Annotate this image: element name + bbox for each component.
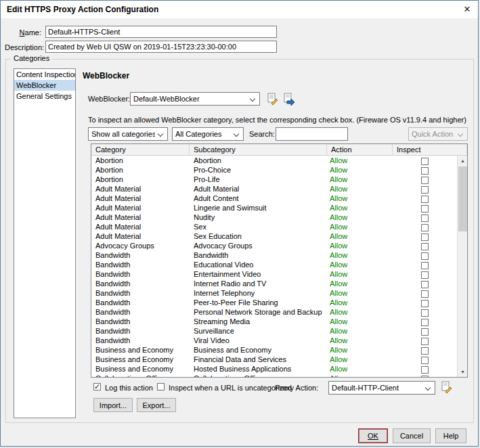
- category-cell: Collaboration - Office: [91, 374, 190, 377]
- inspect-cell: [393, 222, 457, 231]
- inspect-checkbox[interactable]: [421, 319, 429, 326]
- cancel-button[interactable]: Cancel: [393, 428, 431, 443]
- column-header-inspect[interactable]: Inspect: [393, 144, 467, 155]
- sidebar-item-webblocker[interactable]: WebBlocker: [14, 80, 75, 91]
- table-row[interactable]: Business and EconomyFinancial Data and S…: [91, 355, 457, 364]
- sidebar-item-content-inspection[interactable]: Content Inspection: [14, 69, 75, 80]
- table-row[interactable]: BandwidthSurveillanceAllow: [91, 326, 457, 336]
- inspect-checkbox[interactable]: [421, 290, 429, 298]
- action-cell: Allow: [327, 298, 393, 307]
- inspect-checkbox[interactable]: [421, 186, 429, 194]
- column-header-subcategory[interactable]: Subcategory: [190, 144, 327, 155]
- subcategory-cell: Educational Video: [190, 260, 327, 269]
- table-row[interactable]: BandwidthViral VideoAllow: [91, 336, 457, 345]
- table-row[interactable]: Adult MaterialNudityAllow: [91, 212, 457, 222]
- table-row[interactable]: BandwidthStreaming MediaAllow: [91, 317, 457, 326]
- edit-proxy-action-button[interactable]: [440, 381, 453, 394]
- inspect-checkbox[interactable]: [421, 167, 429, 175]
- table-row[interactable]: BandwidthInternet Radio and TVAllow: [91, 279, 457, 288]
- table-row[interactable]: Business and EconomyHosted Business Appl…: [91, 364, 457, 374]
- inspect-checkbox[interactable]: [421, 252, 429, 260]
- inspect-cell: [393, 298, 457, 307]
- table-row[interactable]: BandwidthEducational VideoAllow: [91, 260, 457, 269]
- inspect-checkbox[interactable]: [421, 262, 429, 269]
- scroll-up-icon[interactable]: ▲: [458, 156, 468, 166]
- import-button[interactable]: Import...: [93, 398, 133, 412]
- inspect-cell: [393, 231, 457, 241]
- column-header-category[interactable]: Category: [91, 144, 190, 155]
- edit-page-icon: [440, 381, 453, 394]
- table-row[interactable]: Adult MaterialLingerie and SwimsuitAllow: [91, 203, 457, 212]
- table-row[interactable]: Business and EconomyBusiness and Economy…: [91, 345, 457, 355]
- inspect-checkbox[interactable]: [421, 271, 429, 279]
- help-button[interactable]: Help: [435, 428, 466, 443]
- search-input[interactable]: [276, 127, 348, 141]
- table-row[interactable]: BandwidthBandwidthAllow: [91, 250, 457, 260]
- sidebar-item-general-settings[interactable]: General Settings: [14, 91, 75, 102]
- action-cell: Allow: [327, 231, 393, 241]
- inspect-checkbox[interactable]: [421, 233, 429, 241]
- category-cell: Adult Material: [91, 203, 190, 212]
- dialog-title: Edit HTTPS Proxy Action Configuration: [7, 5, 158, 14]
- export-button[interactable]: Export...: [137, 398, 176, 412]
- inspect-checkbox[interactable]: [421, 338, 429, 345]
- category-filter-select[interactable]: Show all categories: [88, 127, 168, 141]
- webblocker-profile-select[interactable]: Default-WebBlocker: [130, 92, 260, 106]
- scroll-down-icon[interactable]: ▼: [458, 367, 468, 377]
- inspect-cell: [393, 374, 457, 377]
- table-row[interactable]: Advocacy GroupsAdvocacy GroupsAllow: [91, 241, 457, 250]
- subcategory-cell: Advocacy Groups: [190, 241, 327, 250]
- inspect-checkbox[interactable]: [421, 158, 429, 165]
- proxy-action-select[interactable]: Default-HTTP-Client: [328, 381, 435, 395]
- subcategory-cell: Surveillance: [190, 326, 327, 336]
- inspect-checkbox[interactable]: [421, 196, 429, 203]
- category-table-header: Category Subcategory Action Inspect: [91, 144, 467, 156]
- ok-button[interactable]: OK: [358, 428, 388, 443]
- table-scrollbar[interactable]: ▲ ▼: [457, 156, 467, 377]
- quick-action-select[interactable]: Quick Action: [408, 127, 468, 141]
- category-cell: Adult Material: [91, 194, 190, 203]
- table-row[interactable]: Adult MaterialAdult ContentAllow: [91, 194, 457, 203]
- table-row[interactable]: Adult MaterialSex EducationAllow: [91, 231, 457, 241]
- inspect-checkbox[interactable]: [421, 366, 429, 374]
- action-cell: Allow: [327, 326, 393, 336]
- inspect-checkbox[interactable]: [421, 281, 429, 288]
- ok-button-label: OK: [368, 432, 378, 440]
- table-row[interactable]: BandwidthPersonal Network Storage and Ba…: [91, 307, 457, 317]
- column-header-action[interactable]: Action: [327, 144, 393, 155]
- description-field[interactable]: [45, 41, 277, 53]
- title-bar: Edit HTTPS Proxy Action Configuration ✕: [1, 1, 478, 18]
- subcategory-filter-select[interactable]: All Categories: [172, 127, 244, 141]
- table-row[interactable]: BandwidthEntertainment VideoAllow: [91, 269, 457, 279]
- table-row[interactable]: AbortionPro-ChoiceAllow: [91, 165, 457, 175]
- inspect-checkbox[interactable]: [421, 347, 429, 355]
- action-cell: Allow: [327, 374, 393, 377]
- table-row[interactable]: AbortionAbortionAllow: [91, 156, 457, 165]
- action-cell: Allow: [327, 250, 393, 260]
- table-row[interactable]: BandwidthPeer-to-Peer File SharingAllow: [91, 298, 457, 307]
- inspect-uncategorized-checkbox[interactable]: [157, 383, 165, 390]
- inspect-checkbox[interactable]: [421, 224, 429, 231]
- table-row[interactable]: Adult MaterialAdult MaterialAllow: [91, 184, 457, 194]
- inspect-checkbox[interactable]: [421, 309, 429, 317]
- inspect-checkbox[interactable]: [421, 177, 429, 184]
- inspect-checkbox[interactable]: [421, 300, 429, 307]
- inspect-checkbox[interactable]: [421, 215, 429, 222]
- scrollbar-thumb[interactable]: [458, 166, 467, 231]
- action-cell: Allow: [327, 222, 393, 231]
- table-row[interactable]: Adult MaterialSexAllow: [91, 222, 457, 231]
- log-action-checkbox[interactable]: [93, 383, 101, 390]
- action-cell: Allow: [327, 156, 393, 165]
- table-row[interactable]: AbortionPro-LifeAllow: [91, 175, 457, 184]
- inspect-checkbox[interactable]: [421, 243, 429, 250]
- name-field[interactable]: [45, 26, 277, 38]
- table-row[interactable]: BandwidthInternet TelephonyAllow: [91, 288, 457, 298]
- edit-webblocker-button[interactable]: [266, 93, 279, 106]
- table-row[interactable]: Collaboration - OfficeCollaboration - Of…: [91, 374, 457, 377]
- inspect-checkbox[interactable]: [421, 376, 429, 377]
- close-icon[interactable]: ✕: [456, 1, 478, 18]
- inspect-checkbox[interactable]: [421, 357, 429, 364]
- inspect-checkbox[interactable]: [421, 205, 429, 212]
- view-webblocker-button[interactable]: [282, 93, 295, 106]
- inspect-checkbox[interactable]: [421, 328, 429, 336]
